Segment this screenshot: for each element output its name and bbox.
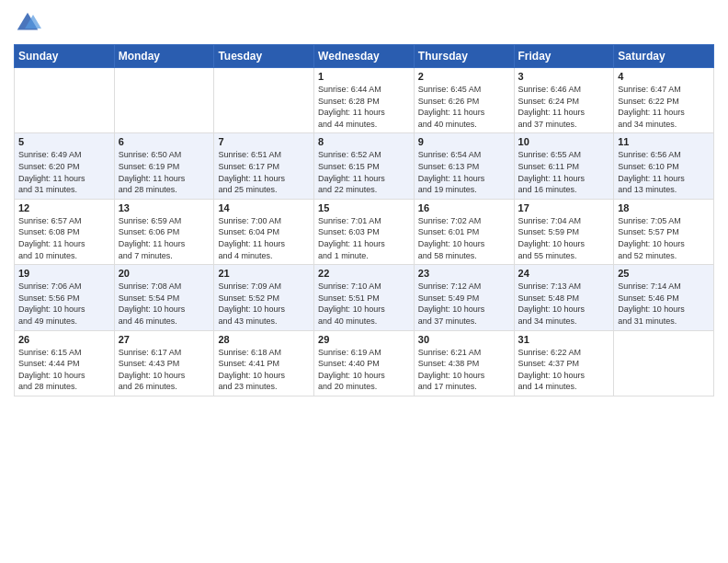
day-number: 29: [318, 334, 410, 345]
day-number: 22: [318, 268, 410, 279]
day-info: Sunrise: 6:19 AM Sunset: 4:40 PM Dayligh…: [318, 347, 410, 393]
day-info: Sunrise: 6:21 AM Sunset: 4:38 PM Dayligh…: [418, 347, 510, 393]
weekday-header-saturday: Saturday: [614, 45, 714, 68]
day-info: Sunrise: 6:46 AM Sunset: 6:24 PM Dayligh…: [518, 84, 610, 130]
day-info: Sunrise: 6:49 AM Sunset: 6:20 PM Dayligh…: [18, 149, 110, 195]
calendar-cell: 25Sunrise: 7:14 AM Sunset: 5:46 PM Dayli…: [614, 265, 714, 330]
day-number: 7: [218, 136, 310, 147]
calendar-cell: 11Sunrise: 6:56 AM Sunset: 6:10 PM Dayli…: [614, 133, 714, 199]
day-number: 12: [18, 202, 110, 213]
day-info: Sunrise: 7:13 AM Sunset: 5:48 PM Dayligh…: [518, 281, 610, 327]
day-number: 17: [518, 202, 610, 213]
day-info: Sunrise: 6:22 AM Sunset: 4:37 PM Dayligh…: [518, 347, 610, 393]
day-info: Sunrise: 6:47 AM Sunset: 6:22 PM Dayligh…: [618, 84, 710, 130]
day-number: 24: [518, 268, 610, 279]
day-number: 16: [418, 202, 510, 213]
day-number: 3: [518, 71, 610, 82]
day-number: 23: [418, 268, 510, 279]
day-number: 5: [18, 136, 110, 147]
calendar-cell: 30Sunrise: 6:21 AM Sunset: 4:38 PM Dayli…: [414, 330, 514, 396]
day-number: 19: [18, 268, 110, 279]
calendar-week-row: 19Sunrise: 7:06 AM Sunset: 5:56 PM Dayli…: [15, 265, 714, 330]
day-number: 4: [618, 71, 710, 82]
day-info: Sunrise: 7:09 AM Sunset: 5:52 PM Dayligh…: [218, 281, 310, 327]
day-info: Sunrise: 6:50 AM Sunset: 6:19 PM Dayligh…: [119, 149, 210, 195]
calendar-cell: 6Sunrise: 6:50 AM Sunset: 6:19 PM Daylig…: [114, 133, 214, 199]
calendar-cell: 26Sunrise: 6:15 AM Sunset: 4:44 PM Dayli…: [15, 330, 115, 396]
weekday-header-wednesday: Wednesday: [314, 45, 415, 68]
calendar-cell: 20Sunrise: 7:08 AM Sunset: 5:54 PM Dayli…: [114, 265, 214, 330]
day-info: Sunrise: 7:04 AM Sunset: 5:59 PM Dayligh…: [518, 215, 610, 261]
calendar-week-row: 26Sunrise: 6:15 AM Sunset: 4:44 PM Dayli…: [15, 330, 714, 396]
calendar-cell: 27Sunrise: 6:17 AM Sunset: 4:43 PM Dayli…: [114, 330, 214, 396]
day-info: Sunrise: 7:02 AM Sunset: 6:01 PM Dayligh…: [418, 215, 510, 261]
day-number: 10: [518, 136, 610, 147]
day-number: 15: [318, 202, 410, 213]
day-number: 11: [618, 136, 710, 147]
day-number: 30: [418, 334, 510, 345]
day-number: 27: [119, 334, 210, 345]
calendar-cell: 9Sunrise: 6:54 AM Sunset: 6:13 PM Daylig…: [414, 133, 514, 199]
calendar-cell: 1Sunrise: 6:44 AM Sunset: 6:28 PM Daylig…: [314, 68, 415, 133]
calendar-cell: 21Sunrise: 7:09 AM Sunset: 5:52 PM Dayli…: [214, 265, 314, 330]
calendar-header: SundayMondayTuesdayWednesdayThursdayFrid…: [15, 45, 714, 68]
calendar-cell: 22Sunrise: 7:10 AM Sunset: 5:51 PM Dayli…: [314, 265, 415, 330]
day-number: 18: [618, 202, 710, 213]
calendar-cell: 12Sunrise: 6:57 AM Sunset: 6:08 PM Dayli…: [15, 199, 115, 264]
calendar-cell: 28Sunrise: 6:18 AM Sunset: 4:41 PM Dayli…: [214, 330, 314, 396]
calendar-cell: [15, 68, 115, 133]
page: SundayMondayTuesdayWednesdayThursdayFrid…: [0, 0, 728, 563]
day-number: 13: [119, 202, 210, 213]
day-number: 6: [119, 136, 210, 147]
day-info: Sunrise: 6:52 AM Sunset: 6:15 PM Dayligh…: [318, 149, 410, 195]
calendar-cell: 7Sunrise: 6:51 AM Sunset: 6:17 PM Daylig…: [214, 133, 314, 199]
calendar-cell: [214, 68, 314, 133]
calendar-week-row: 12Sunrise: 6:57 AM Sunset: 6:08 PM Dayli…: [15, 199, 714, 264]
day-number: 1: [318, 71, 410, 82]
calendar-week-row: 1Sunrise: 6:44 AM Sunset: 6:28 PM Daylig…: [15, 68, 714, 133]
calendar-cell: 13Sunrise: 6:59 AM Sunset: 6:06 PM Dayli…: [114, 199, 214, 264]
calendar-cell: 18Sunrise: 7:05 AM Sunset: 5:57 PM Dayli…: [614, 199, 714, 264]
day-info: Sunrise: 7:10 AM Sunset: 5:51 PM Dayligh…: [318, 281, 410, 327]
day-info: Sunrise: 7:08 AM Sunset: 5:54 PM Dayligh…: [119, 281, 210, 327]
calendar-cell: [614, 330, 714, 396]
day-info: Sunrise: 6:54 AM Sunset: 6:13 PM Dayligh…: [418, 149, 510, 195]
day-number: 8: [318, 136, 410, 147]
day-number: 9: [418, 136, 510, 147]
day-number: 26: [18, 334, 110, 345]
day-number: 20: [119, 268, 210, 279]
day-info: Sunrise: 6:57 AM Sunset: 6:08 PM Dayligh…: [18, 215, 110, 261]
calendar-cell: 3Sunrise: 6:46 AM Sunset: 6:24 PM Daylig…: [514, 68, 614, 133]
day-info: Sunrise: 6:15 AM Sunset: 4:44 PM Dayligh…: [18, 347, 110, 393]
header: [14, 9, 714, 37]
calendar-week-row: 5Sunrise: 6:49 AM Sunset: 6:20 PM Daylig…: [15, 133, 714, 199]
day-info: Sunrise: 6:51 AM Sunset: 6:17 PM Dayligh…: [218, 149, 310, 195]
calendar-cell: 8Sunrise: 6:52 AM Sunset: 6:15 PM Daylig…: [314, 133, 415, 199]
weekday-header-friday: Friday: [514, 45, 614, 68]
calendar-cell: 23Sunrise: 7:12 AM Sunset: 5:49 PM Dayli…: [414, 265, 514, 330]
calendar-cell: 4Sunrise: 6:47 AM Sunset: 6:22 PM Daylig…: [614, 68, 714, 133]
calendar-body: 1Sunrise: 6:44 AM Sunset: 6:28 PM Daylig…: [15, 68, 714, 396]
day-info: Sunrise: 6:55 AM Sunset: 6:11 PM Dayligh…: [518, 149, 610, 195]
day-info: Sunrise: 6:17 AM Sunset: 4:43 PM Dayligh…: [119, 347, 210, 393]
calendar-cell: 2Sunrise: 6:45 AM Sunset: 6:26 PM Daylig…: [414, 68, 514, 133]
day-info: Sunrise: 7:01 AM Sunset: 6:03 PM Dayligh…: [318, 215, 410, 261]
logo-icon: [14, 9, 41, 37]
calendar-cell: 24Sunrise: 7:13 AM Sunset: 5:48 PM Dayli…: [514, 265, 614, 330]
calendar-cell: 29Sunrise: 6:19 AM Sunset: 4:40 PM Dayli…: [314, 330, 415, 396]
day-number: 14: [218, 202, 310, 213]
day-number: 25: [618, 268, 710, 279]
calendar-cell: 15Sunrise: 7:01 AM Sunset: 6:03 PM Dayli…: [314, 199, 415, 264]
day-info: Sunrise: 6:59 AM Sunset: 6:06 PM Dayligh…: [119, 215, 210, 261]
day-number: 31: [518, 334, 610, 345]
day-info: Sunrise: 6:44 AM Sunset: 6:28 PM Dayligh…: [318, 84, 410, 130]
day-info: Sunrise: 7:00 AM Sunset: 6:04 PM Dayligh…: [218, 215, 310, 261]
logo: [14, 9, 45, 37]
day-number: 21: [218, 268, 310, 279]
calendar-cell: 17Sunrise: 7:04 AM Sunset: 5:59 PM Dayli…: [514, 199, 614, 264]
day-info: Sunrise: 7:06 AM Sunset: 5:56 PM Dayligh…: [18, 281, 110, 327]
weekday-header-tuesday: Tuesday: [214, 45, 314, 68]
calendar-cell: 10Sunrise: 6:55 AM Sunset: 6:11 PM Dayli…: [514, 133, 614, 199]
calendar-cell: [114, 68, 214, 133]
calendar-cell: 31Sunrise: 6:22 AM Sunset: 4:37 PM Dayli…: [514, 330, 614, 396]
